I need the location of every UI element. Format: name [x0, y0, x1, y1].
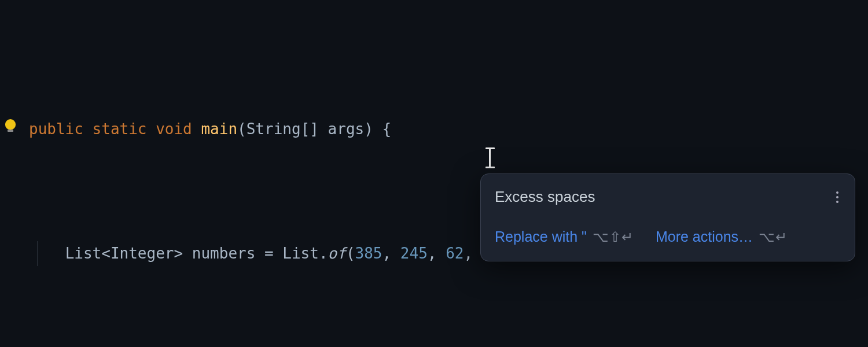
- quickfix-replace-link[interactable]: Replace with ": [495, 224, 587, 249]
- shortcut-hint: ⌥⇧↵: [593, 224, 634, 249]
- inspection-popup: Excess spaces Replace with " ⌥⇧↵ More ac…: [480, 174, 855, 261]
- intention-bulb-icon[interactable]: [5, 119, 16, 133]
- editor-gutter: [0, 0, 23, 347]
- more-actions-link[interactable]: More actions…: [656, 224, 753, 249]
- more-menu-icon[interactable]: [834, 189, 841, 205]
- inspection-title: Excess spaces: [495, 184, 595, 209]
- shortcut-hint: ⌥↵: [759, 224, 788, 249]
- code-line[interactable]: public static void main(String[] args) {: [23, 117, 868, 142]
